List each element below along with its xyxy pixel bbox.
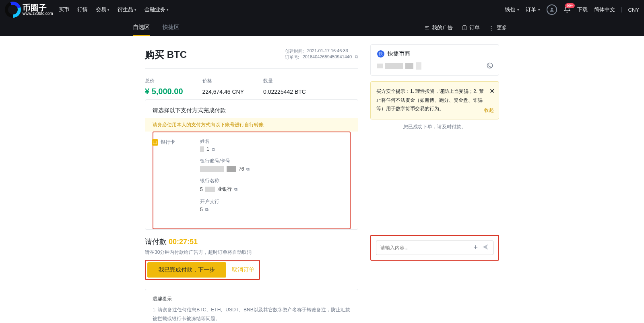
nav-currency[interactable]: CNY <box>628 7 639 13</box>
subtab-self[interactable]: 自选区 <box>133 20 150 36</box>
order-success-message: 您已成功下单，请及时付款。 <box>370 123 499 130</box>
nav-finance[interactable]: 金融业务▾ <box>144 6 169 13</box>
chevron-down-icon: ▾ <box>167 8 169 12</box>
top-nav: 币圈子 www.120btc.com 买币 行情 交易▾ 衍生品▾ 金融业务▾ … <box>0 0 644 19</box>
alert-close-icon[interactable]: ✕ <box>489 86 495 97</box>
cancel-order-link[interactable]: 取消订单 <box>232 266 254 274</box>
merchant-badge-icon: 快 <box>377 50 384 58</box>
nav-wallet[interactable]: 钱包▾ <box>505 6 519 13</box>
safety-alert: 买方安全提示：1. 理性投资，谨防上当受骗；2. 禁止将任何不法资金（如赌博、跑… <box>370 81 499 119</box>
payment-title: 请选择以下支付方式完成付款 <box>153 107 351 114</box>
more-icon: ⋮ <box>489 25 495 31</box>
user-avatar-icon[interactable] <box>547 4 557 15</box>
action-row-highlight: 我已完成付款，下一步 取消订单 <box>145 260 260 280</box>
countdown-label: 请付款 <box>145 238 167 246</box>
field-account-label: 银行账号/卡号 <box>200 158 351 165</box>
merchant-title: 快捷币商 <box>388 50 410 58</box>
copy-icon[interactable]: ⧉ <box>205 207 208 212</box>
sub-nav: 自选区 快捷区 我的广告 订单 ⋮更多 <box>0 19 644 36</box>
document-icon <box>462 25 467 31</box>
phone-icon[interactable] <box>487 62 493 70</box>
copy-icon[interactable]: ⧉ <box>246 167 250 172</box>
nav-orders[interactable]: 订单▾ <box>526 6 540 13</box>
settings-icon <box>424 25 430 31</box>
svg-point-1 <box>487 63 492 68</box>
order-header: 购买 BTC 创建时间:2021-01-17 16:46:33 订单号:2018… <box>145 44 358 69</box>
logo-text-cn: 币圈子 <box>23 4 53 12</box>
qty-label: 数量 <box>263 78 306 84</box>
field-branch-label: 开户支行 <box>200 198 351 205</box>
nav-trade[interactable]: 交易▾ <box>96 6 109 13</box>
total-value: ¥ 5,000.00 <box>145 87 183 96</box>
countdown-time: 00:27:51 <box>169 238 198 246</box>
subtab-quick[interactable]: 快捷区 <box>163 20 180 36</box>
created-label: 创建时间: <box>285 48 304 54</box>
copy-icon[interactable]: ⧉ <box>212 147 215 152</box>
subnav-my-ads[interactable]: 我的广告 <box>424 24 453 31</box>
nav-download[interactable]: 下载 <box>577 6 588 13</box>
field-bankname-label: 银行名称 <box>200 177 351 184</box>
price-value: 224,674.46 CNY <box>202 88 244 95</box>
nav-language[interactable]: 简体中文 <box>594 6 615 13</box>
notification-badge: 99+ <box>565 3 574 8</box>
alert-collapse-link[interactable]: 收起 <box>484 106 494 115</box>
confirm-paid-button[interactable]: 我已完成付款，下一步 <box>147 262 226 278</box>
svg-point-0 <box>551 8 553 10</box>
merchant-name-row <box>377 62 492 70</box>
order-id-value: 20184042659450941440 <box>303 54 352 60</box>
attachment-icon[interactable]: + <box>473 243 478 252</box>
tips-title: 温馨提示 <box>153 296 351 302</box>
chevron-down-icon: ▾ <box>134 8 136 12</box>
nav-buy[interactable]: 买币 <box>59 6 69 13</box>
field-name-label: 姓名 <box>200 138 351 145</box>
copy-icon[interactable]: ⧉ <box>234 187 237 192</box>
countdown-note: 请在30分钟内付款给广告方，超时订单将自动取消 <box>145 249 358 256</box>
payment-card: 请选择以下支付方式完成付款 请务必使用本人的支付方式向以下账号进行自行转账 银行… <box>145 99 358 230</box>
subnav-more[interactable]: ⋮更多 <box>489 24 507 31</box>
payment-method-bankcard[interactable]: 银行卡 <box>152 139 193 146</box>
divider <box>621 7 622 12</box>
tip-1: 1. 请勿备注任何信息BTC、ETH、USDT、BNB以及其它数字资产名称于转账… <box>153 306 351 323</box>
order-id-label: 订单号: <box>285 54 299 60</box>
chat-input[interactable] <box>380 245 470 251</box>
subnav-orders[interactable]: 订单 <box>462 24 480 31</box>
notification-icon[interactable]: 99+ <box>564 6 571 14</box>
nav-market[interactable]: 行情 <box>77 6 88 13</box>
logo-icon <box>5 2 21 18</box>
qty-value: 0.02225442 BTC <box>263 88 306 95</box>
price-label: 价格 <box>202 78 244 84</box>
total-label: 总价 <box>145 78 183 84</box>
tips-box: 温馨提示 1. 请勿备注任何信息BTC、ETH、USDT、BNB以及其它数字资产… <box>145 289 358 323</box>
chat-input-highlight: + <box>370 235 499 261</box>
payment-banner: 请务必使用本人的支付方式向以下账号进行自行转账 <box>145 118 358 132</box>
created-value: 2021-01-17 16:46:33 <box>307 48 348 54</box>
logo-text-url: www.120btc.com <box>23 12 53 16</box>
copy-icon[interactable]: ⧉ <box>355 54 358 60</box>
nav-derivatives[interactable]: 衍生品▾ <box>118 6 136 13</box>
merchant-box: 快 快捷币商 <box>370 44 499 76</box>
send-icon[interactable] <box>482 243 489 252</box>
bankcard-icon <box>152 139 158 146</box>
chevron-down-icon: ▾ <box>107 8 109 12</box>
alert-text: 买方安全提示：1. 理性投资，谨防上当受骗；2. 禁止将任何不法资金（如赌博、跑… <box>376 88 484 111</box>
site-logo[interactable]: 币圈子 www.120btc.com <box>5 2 53 18</box>
page-title: 购买 BTC <box>145 48 187 61</box>
